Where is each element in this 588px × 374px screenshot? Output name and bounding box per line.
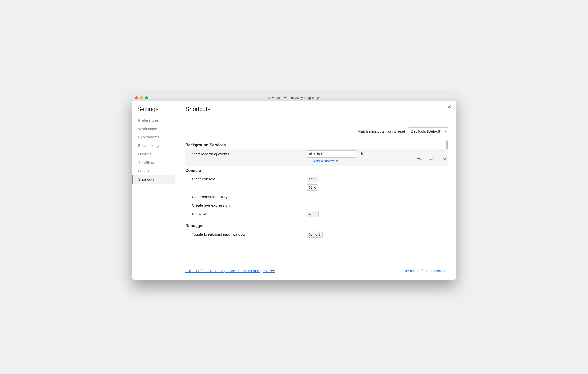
main-panel: Shortcuts Match shortcuts from preset De… <box>175 101 456 280</box>
section-console: Console <box>185 166 448 174</box>
preset-select[interactable]: DevTools (Default) <box>408 127 448 135</box>
close-icon <box>442 156 447 162</box>
sidebar-item-preferences[interactable]: Preferences <box>132 116 175 125</box>
shortcut-label-start-recording: Start recording events <box>185 152 307 156</box>
titlebar: DevTools - web.dev/why-coop-coep/ <box>132 94 456 101</box>
sidebar-list: Preferences Workspace Experiments Blackb… <box>137 116 175 184</box>
shortcut-row-show-console[interactable]: Show Console Ctrl ` <box>185 209 448 218</box>
shortcut-row-live-expression[interactable]: Create live expression <box>185 201 448 209</box>
shortcut-row-clear-console[interactable]: Clear console Ctrl L ⌘ K <box>185 174 448 192</box>
shortcut-row-clear-history[interactable]: Clear console history <box>185 192 448 201</box>
window-close-icon[interactable] <box>135 96 138 99</box>
shortcut-key: Ctrl L <box>307 176 319 182</box>
shortcut-label: Show Console <box>185 211 307 216</box>
shortcut-key: ⌘ K <box>307 184 318 191</box>
add-shortcut-link[interactable]: Add a shortcut <box>313 159 338 163</box>
traffic-lights <box>132 96 148 99</box>
shortcut-input[interactable] <box>307 150 356 158</box>
check-icon <box>429 156 435 162</box>
window-title: DevTools - web.dev/why-coop-coep/ <box>132 96 456 100</box>
content: ✕ Settings Preferences Workspace Experim… <box>132 101 456 280</box>
sidebar-item-throttling[interactable]: Throttling <box>132 158 175 167</box>
shortcut-key: ⌘ ⌥ B <box>307 231 323 238</box>
sidebar-item-shortcuts[interactable]: Shortcuts <box>132 175 175 184</box>
sidebar-item-experiments[interactable]: Experiments <box>132 133 175 141</box>
confirm-button[interactable] <box>428 155 436 163</box>
section-background-services: Background Services <box>185 140 448 149</box>
sidebar-item-workspace[interactable]: Workspace <box>132 125 175 133</box>
edit-actions <box>415 155 448 163</box>
shortcut-label: Create live expression <box>185 202 307 208</box>
preset-value: DevTools (Default) <box>411 129 441 133</box>
edit-shortcut-group: Start recording events Add a shortcut <box>185 149 448 166</box>
window: DevTools - web.dev/why-coop-coep/ ✕ Sett… <box>132 94 456 280</box>
restore-defaults-button[interactable]: Restore default shortcuts <box>400 267 448 275</box>
sidebar-heading: Settings <box>137 106 175 113</box>
section-debugger: Debugger <box>185 221 448 230</box>
sidebar-item-devices[interactable]: Devices <box>132 150 175 158</box>
sidebar: Settings Preferences Workspace Experimen… <box>132 101 175 280</box>
trash-icon <box>360 151 364 156</box>
footer: Full list of DevTools keyboard shortcuts… <box>185 263 448 275</box>
preset-label: Match shortcuts from preset <box>358 129 405 134</box>
shortcut-label: Toggle breakpoint input window <box>185 231 307 237</box>
shortcut-label: Clear console history <box>185 194 307 199</box>
revert-button[interactable] <box>415 155 423 163</box>
window-minimize-icon[interactable] <box>140 96 143 99</box>
cancel-button[interactable] <box>441 155 448 163</box>
preset-row: Match shortcuts from preset DevTools (De… <box>185 117 448 140</box>
sidebar-item-locations[interactable]: Locations <box>132 167 175 175</box>
shortcut-key: Ctrl ` <box>307 211 318 217</box>
sidebar-item-blackboxing[interactable]: Blackboxing <box>132 141 175 150</box>
page-title: Shortcuts <box>185 106 448 117</box>
shortcut-label: Clear console <box>185 176 307 181</box>
shortcut-row-toggle-breakpoint[interactable]: Toggle breakpoint input window ⌘ ⌥ B <box>185 230 448 239</box>
shortcuts-scroll-area: Background Services Start recording even… <box>185 140 448 263</box>
full-list-link[interactable]: Full list of DevTools keyboard shortcuts… <box>185 269 275 273</box>
delete-shortcut-button[interactable] <box>360 151 364 157</box>
undo-icon <box>416 156 422 162</box>
window-zoom-icon[interactable] <box>145 96 148 99</box>
